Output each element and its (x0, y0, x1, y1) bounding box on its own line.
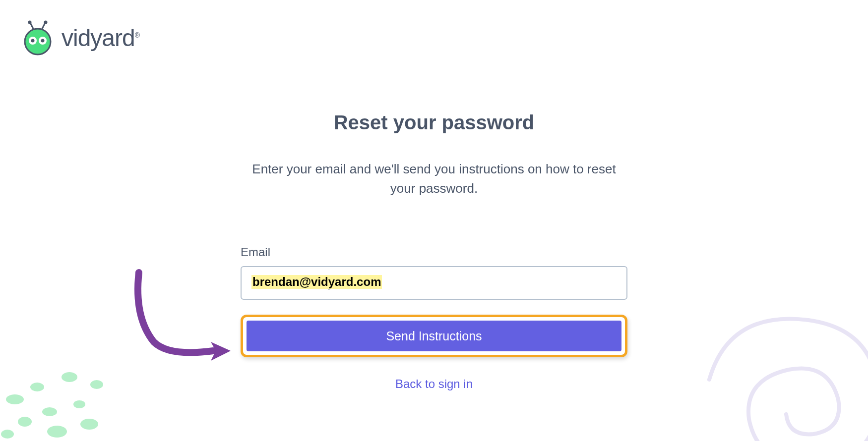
svg-point-10 (6, 394, 24, 404)
logo-container: vidyard® (20, 20, 139, 55)
svg-point-14 (42, 407, 57, 416)
svg-marker-9 (211, 342, 231, 361)
button-annotation-highlight: Send Instructions (241, 315, 627, 357)
reset-password-panel: Reset your password Enter your email and… (241, 111, 627, 391)
svg-point-16 (47, 426, 67, 438)
back-to-sign-in-link[interactable]: Back to sign in (395, 377, 473, 391)
svg-point-8 (41, 39, 45, 43)
email-input[interactable] (241, 266, 627, 300)
vidyard-logo-icon (20, 20, 56, 55)
svg-point-15 (18, 417, 32, 427)
svg-point-6 (31, 39, 35, 43)
arrow-annotation-icon (124, 268, 243, 369)
svg-point-3 (44, 21, 48, 24)
logo-text: vidyard® (62, 24, 139, 52)
svg-point-11 (30, 383, 44, 391)
svg-line-2 (42, 23, 45, 30)
decorative-dots-icon (0, 360, 129, 441)
svg-point-19 (1, 430, 14, 439)
svg-point-1 (28, 21, 32, 24)
svg-point-4 (25, 29, 51, 55)
send-instructions-button[interactable]: Send Instructions (247, 321, 621, 351)
email-label: Email (241, 245, 627, 259)
svg-point-12 (62, 372, 77, 382)
svg-point-13 (90, 380, 103, 389)
svg-point-18 (73, 400, 85, 408)
page-title: Reset your password (241, 111, 627, 134)
decorative-swirl-icon (680, 280, 868, 441)
svg-point-17 (80, 419, 98, 430)
email-form-group: Email brendan@vidyard.com (241, 245, 627, 300)
svg-line-0 (30, 23, 34, 30)
page-description: Enter your email and we'll send you inst… (241, 160, 627, 198)
